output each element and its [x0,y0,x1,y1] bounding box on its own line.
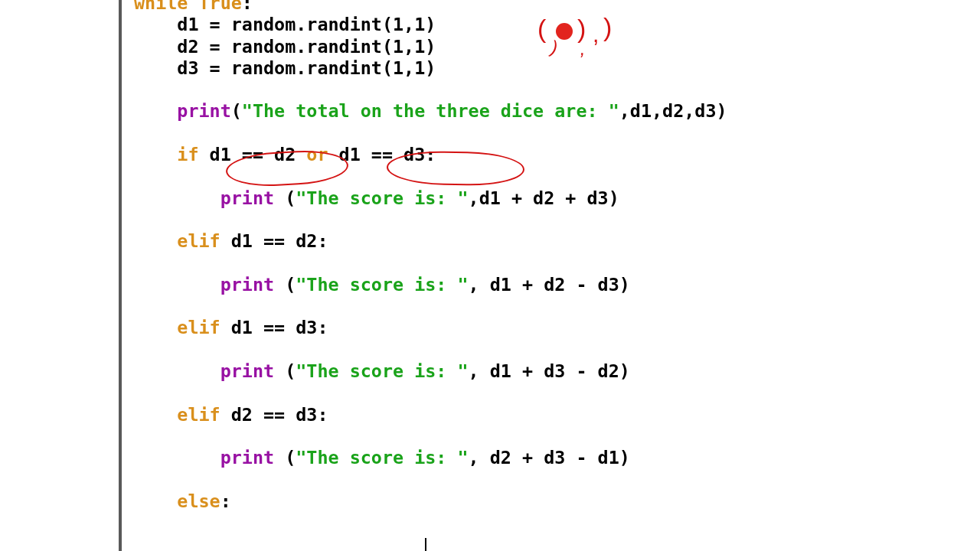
indent [134,144,177,165]
indent [134,274,220,295]
code-args: , d2 + d3 - d1) [469,447,630,468]
builtin-print: print [177,100,230,122]
string-literal: "The score is: " [296,447,468,468]
builtin-print: print [220,360,274,382]
code-args: , d1 + d2 - d3) [469,274,630,295]
indent [134,491,177,512]
indent [134,447,220,468]
paren: ( [274,360,296,382]
indent [134,100,177,122]
code-args: ,d1 + d2 + d3) [469,187,619,209]
string-literal: "The score is: " [296,187,468,209]
code-args: , d1 + d3 - d2) [469,360,630,382]
keyword-or: or [306,144,328,165]
code-line-d1: d1 = random.randint(1,1) [177,14,436,35]
paren: ( [274,187,296,209]
keyword-elif: elif [177,230,220,252]
code-args: ,d1,d2,d3) [619,100,727,122]
code-line [134,14,177,35]
text-cursor [425,538,426,551]
string-literal: "The total on the three dice are: " [242,100,619,122]
colon: : [242,0,253,14]
condition-b: d1 == d3: [328,144,436,165]
colon: : [220,491,231,512]
string-literal: "The score is: " [296,274,468,295]
string-literal: "The score is: " [296,360,468,382]
indent [134,57,177,79]
keyword-while: while True [134,0,242,14]
indent [134,230,177,252]
keyword-else: else [177,491,220,512]
paren: ( [231,100,242,122]
code-line-d2: d2 = random.randint(1,1) [177,36,436,57]
condition: d2 == d3: [220,404,328,425]
line-number-gutter [119,0,122,551]
condition: d1 == d3: [220,317,328,338]
paren: ( [274,447,296,468]
keyword-if: if [177,144,198,165]
paren: ( [274,274,296,295]
keyword-elif: elif [177,317,220,338]
builtin-print: print [220,187,274,209]
indent [134,360,220,382]
code-editor[interactable]: while True: d1 = random.randint(1,1) d2 … [134,0,727,512]
indent [134,404,177,425]
condition-a: d1 == d2 [199,144,307,165]
builtin-print: print [220,447,274,468]
indent [134,317,177,338]
builtin-print: print [220,274,274,295]
condition: d1 == d2: [220,230,328,252]
code-line-d3: d3 = random.randint(1,1) [177,57,436,79]
indent [134,36,177,57]
keyword-elif: elif [177,404,220,425]
indent [134,187,220,209]
